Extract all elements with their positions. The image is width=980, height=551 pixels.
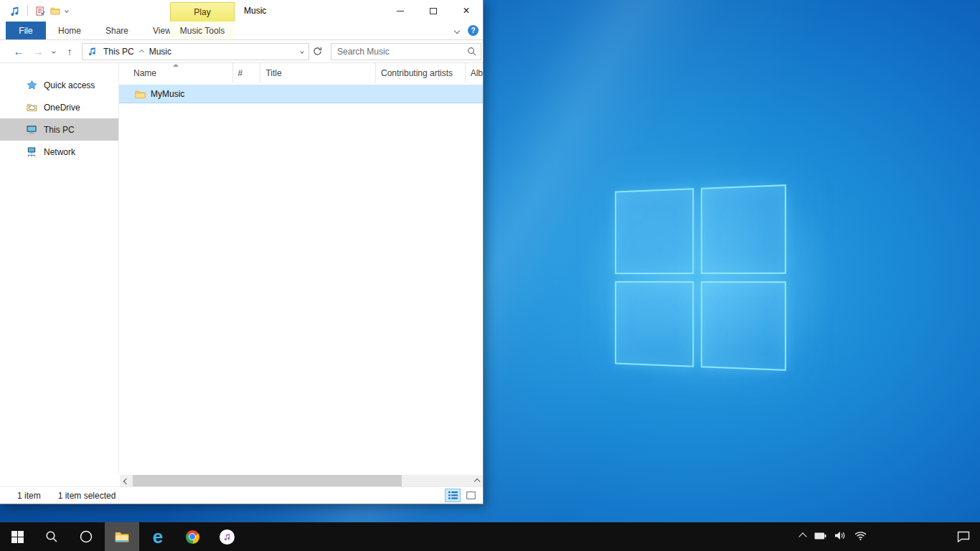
column-label: Alb bbox=[471, 68, 483, 78]
chevron-left-icon bbox=[123, 478, 128, 484]
quick-access-toolbar bbox=[0, 5, 68, 17]
tab-share[interactable]: Share bbox=[93, 22, 141, 39]
taskbar: e bbox=[0, 522, 980, 551]
sidebar-item-label: Network bbox=[44, 147, 75, 157]
ribbon-tab-row: File Home Share View Music Tools ? bbox=[0, 22, 483, 40]
star-icon bbox=[26, 80, 37, 91]
explorer-main: Quick access OneDrive This PC Network bbox=[0, 63, 483, 474]
music-note-icon bbox=[9, 5, 20, 17]
back-button[interactable]: ← bbox=[9, 42, 29, 61]
chevron-down-icon bbox=[52, 50, 56, 54]
file-list-pane: Name # Title Contributing artists Alb bbox=[119, 63, 483, 474]
column-header-name[interactable]: Name bbox=[119, 63, 233, 83]
navigation-pane: Quick access OneDrive This PC Network bbox=[0, 63, 119, 474]
minimize-button[interactable] bbox=[384, 0, 417, 22]
action-center-icon bbox=[957, 531, 970, 542]
column-header-track-number[interactable]: # bbox=[233, 63, 261, 83]
column-label: # bbox=[238, 68, 243, 78]
volume-icon[interactable] bbox=[835, 531, 846, 542]
computer-icon bbox=[26, 124, 37, 136]
maximize-button[interactable] bbox=[417, 0, 450, 22]
sort-ascending-icon bbox=[173, 64, 179, 67]
search-input[interactable] bbox=[331, 47, 466, 57]
file-name: MyMusic bbox=[151, 89, 184, 99]
breadcrumb-music[interactable]: Music bbox=[143, 44, 177, 60]
recent-locations-dropdown[interactable] bbox=[47, 42, 60, 61]
windows-logo-pane bbox=[615, 188, 694, 274]
forward-button[interactable]: → bbox=[29, 42, 47, 61]
windows-start-icon bbox=[11, 531, 24, 543]
item-count: 1 item bbox=[17, 491, 41, 501]
taskbar-file-explorer-button[interactable] bbox=[105, 522, 139, 551]
selection-count: 1 item selected bbox=[58, 491, 116, 501]
close-icon: × bbox=[463, 5, 469, 17]
column-header-title[interactable]: Title bbox=[260, 63, 376, 83]
contextual-group-music-tools[interactable]: Music Tools bbox=[170, 22, 235, 39]
new-folder-icon[interactable] bbox=[50, 6, 60, 16]
address-toolbar: ← → ↑ This PC Music bbox=[0, 40, 483, 63]
view-toggle-group bbox=[445, 489, 479, 502]
search-icon bbox=[45, 530, 58, 543]
onedrive-folder-icon bbox=[26, 102, 37, 113]
windows-logo bbox=[615, 184, 786, 371]
chrome-button[interactable] bbox=[175, 522, 209, 551]
taskbar-search-button[interactable] bbox=[34, 522, 69, 551]
column-headers: Name # Title Contributing artists Alb bbox=[119, 63, 483, 83]
sidebar-item-quick-access[interactable]: Quick access bbox=[0, 74, 118, 96]
cortana-icon bbox=[79, 529, 93, 544]
cortana-button[interactable] bbox=[69, 522, 103, 551]
windows-logo-pane bbox=[701, 281, 786, 371]
battery-icon[interactable] bbox=[814, 532, 826, 542]
customize-quick-access-icon[interactable] bbox=[65, 9, 69, 13]
wifi-icon[interactable] bbox=[854, 531, 867, 542]
search-icon[interactable] bbox=[466, 47, 476, 57]
folder-icon bbox=[134, 88, 146, 100]
system-tray bbox=[800, 522, 867, 551]
sidebar-item-network[interactable]: Network bbox=[0, 141, 118, 163]
maximize-icon bbox=[430, 8, 437, 14]
itunes-button[interactable] bbox=[209, 522, 244, 551]
breadcrumb-this-pc[interactable]: This PC bbox=[98, 44, 140, 60]
hidden-icons-chevron-icon[interactable] bbox=[798, 532, 806, 540]
edge-icon: e bbox=[153, 527, 163, 546]
column-label: Contributing artists bbox=[381, 68, 453, 78]
scrollbar-thumb[interactable] bbox=[133, 475, 402, 487]
start-button[interactable] bbox=[0, 522, 34, 551]
large-icons-view-button[interactable] bbox=[463, 489, 479, 502]
toolbar-divider bbox=[27, 6, 28, 16]
expand-ribbon-icon[interactable] bbox=[454, 27, 460, 33]
column-header-album[interactable]: Alb bbox=[466, 63, 483, 83]
ribbon-right-controls: ? bbox=[455, 22, 479, 39]
help-icon[interactable]: ? bbox=[468, 25, 479, 36]
windows-logo-pane bbox=[615, 281, 694, 367]
action-center-button[interactable] bbox=[947, 522, 980, 551]
minimize-icon bbox=[397, 11, 404, 11]
address-dropdown-icon[interactable] bbox=[300, 50, 304, 54]
close-button[interactable]: × bbox=[450, 0, 483, 22]
network-icon bbox=[26, 146, 37, 158]
scroll-right-arrow[interactable] bbox=[471, 475, 483, 487]
properties-icon[interactable] bbox=[35, 6, 45, 16]
window-controls: × bbox=[384, 0, 483, 22]
sidebar-item-this-pc[interactable]: This PC bbox=[0, 118, 118, 141]
itunes-icon bbox=[220, 529, 235, 545]
address-bar[interactable]: This PC Music bbox=[82, 43, 309, 60]
scroll-left-arrow[interactable] bbox=[120, 475, 132, 487]
file-row-mymusic[interactable]: MyMusic bbox=[119, 85, 483, 103]
chevron-right-icon bbox=[473, 478, 479, 484]
music-folder-icon bbox=[86, 46, 98, 57]
chrome-icon bbox=[186, 530, 199, 544]
file-explorer-icon bbox=[114, 530, 130, 543]
titlebar[interactable]: Play Music × bbox=[0, 0, 483, 22]
details-view-button[interactable] bbox=[445, 489, 461, 502]
horizontal-scrollbar[interactable] bbox=[120, 475, 483, 487]
tab-file[interactable]: File bbox=[6, 22, 46, 39]
file-explorer-window: Play Music × File Home Share View Music … bbox=[0, 0, 484, 504]
tab-play-contextual[interactable]: Play bbox=[170, 2, 235, 22]
up-button[interactable]: ↑ bbox=[60, 42, 79, 61]
refresh-button[interactable] bbox=[309, 43, 325, 60]
edge-button[interactable]: e bbox=[141, 522, 175, 551]
sidebar-item-onedrive[interactable]: OneDrive bbox=[0, 96, 118, 118]
tab-home[interactable]: Home bbox=[46, 22, 93, 39]
column-header-contributing-artists[interactable]: Contributing artists bbox=[376, 63, 466, 83]
